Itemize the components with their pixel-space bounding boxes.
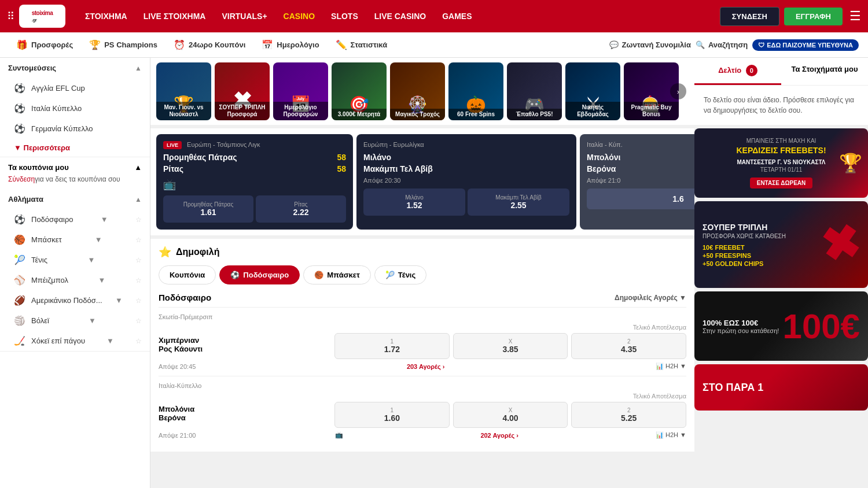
bet-button-team1-m1[interactable]: Μιλάνο 1.52 [363,188,465,216]
sort-button[interactable]: Δημοφιλείς Αγορές ▼ [615,294,686,302]
banner-100-line2: Στην πρώτη σου κατάθεση! [703,327,779,334]
sports-header[interactable]: Αθλήματα ▲ [0,189,150,209]
banner-super-tripla-bg: ΣΟΥΠΕΡ ΤΡΙΠΛΗ ΠΡΟΣΦΟΡΑ ΧΩΡΙΣ ΚΑΤΆΘΕΣΗ 10… [694,201,868,288]
promo-card-7[interactable]: ⚔ Νικητής Εβδομάδας [565,62,620,120]
banner-ps-cta[interactable]: ΕΝΤΑΣΕ ΔΩΡΕΑΝ [750,178,813,188]
sports-section: Αθλήματα ▲ ⚽ Ποδόσφαιρο ▼ ☆ 🏀 Μπάσκετ ▼ … [0,189,150,352]
bet-slip-empty-message: Το δελτίο σου είναι άδειο. Πρόσθεσε επιλ… [694,86,868,125]
promo-card-6[interactable]: 🎮 Έπαθλο PS5! [507,62,562,120]
sidebar-item-germany-cup[interactable]: ⚽ Γερμανία Κύπελλο [0,119,150,139]
promo-card-3[interactable]: 🎯 3.000€ Μετρητά [332,62,387,120]
tab-coupons[interactable]: Κουπόνια [159,265,216,284]
sidebar-sport-hockey[interactable]: 🏒 Χόκεϊ επί πάγου ▼ ☆ [0,331,150,351]
sec-nav-24h-coupon[interactable]: ⏰ 24ωρο Κουπόνι [167,36,252,54]
tab-bet-slip[interactable]: Δελτίο 0 [694,58,781,85]
promo-card-5[interactable]: 🎃 60 Free Spins [448,62,503,120]
odd-btn-1-m1[interactable]: 1 1.60 [334,402,450,428]
sec-nav-calendar[interactable]: 📅 Ημερολόγιο [255,36,326,54]
sidebar-sport-american-football[interactable]: 🏈 Αμερικάνικο Ποδόσ... ▼ ☆ [0,290,150,310]
hamburger-icon[interactable]: ☰ [849,9,861,24]
sec-nav-right: 💬 Ζωντανή Συνομιλία 🔍 Αναζήτηση 🛡 ΕΔΩ ΠΑ… [609,39,859,51]
top-navigation: ⠿ stoixima.gr ΣΤΟΙΧΗΜΑ LIVE ΣΤΟΙΧΗΜΑ VIR… [0,0,868,32]
tab-basketball[interactable]: 🏀 Μπάσκετ [303,265,371,284]
nav-live-stoixima[interactable]: LIVE ΣΤΟΙΧΗΜΑ [138,8,212,24]
live-matches-section: LIVE Ευρώπη - Τσάμπιονς Λιγκ Προμηθέας Π… [150,128,694,235]
promo-label-0: Μαν. Γιουν. vs Νιούκαστλ [156,102,211,120]
bet-button-team1[interactable]: Προμηθέας Πάτρας 1.61 [163,195,253,223]
promo-card-0[interactable]: 🏆 Μαν. Γιουν. vs Νιούκαστλ [156,62,211,120]
match-markets-1[interactable]: 202 Αγορές › [480,432,518,439]
bet-slip-count: 0 [746,65,757,76]
promo-card-2[interactable]: 📅 Ημερολόγιο Προσφορών [273,62,328,120]
sidebar-item-efl-cup[interactable]: ⚽ Αγγλία EFL Cup [0,78,150,98]
match-footer-0: Απόψε 20:45 203 Αγορές › 📊 Η2Η ▼ [159,363,686,370]
sidebar-sport-basketball[interactable]: 🏀 Μπάσκετ ▼ ☆ [0,230,150,250]
chevron-down-sort: ▼ [679,294,686,302]
pin-icon: ☆ [135,256,142,264]
match-markets-0[interactable]: 203 Αγορές › [407,363,445,370]
sidebar-more-link[interactable]: ▼ Περισσότερα [0,139,150,157]
match-time-2: Απόψε 21:0 [587,177,694,184]
grid-icon[interactable]: ⠿ [7,10,14,23]
responsible-gaming-badge[interactable]: 🛡 ΕΔΩ ΠΑΙΖΟΥΜΕ ΥΠΕΥΘΥΝΑ [752,39,859,51]
match-league-2: Ιταλία - Κύπ. [587,141,694,148]
live-chat-button[interactable]: 💬 Ζωντανή Συνομιλία [609,40,691,49]
nav-live-casino[interactable]: LIVE CASINO [369,8,432,24]
match-team-row-5: Μπολόνι [587,153,694,162]
odd-btn-x-m1[interactable]: Χ 4.00 [453,402,568,428]
search-button[interactable]: 🔍 Αναζήτηση [696,40,748,49]
bet-button-team2[interactable]: Ρίτας 2.22 [256,195,346,223]
h2h-button-1[interactable]: 📊 Η2Η ▼ [656,431,686,439]
odd-btn-1-m0[interactable]: 1 1.72 [334,333,450,359]
sec-nav-prosfores-label: Προσφορές [31,40,73,49]
tab-football[interactable]: ⚽ Ποδόσφαιρο [219,265,300,284]
sidebar-sport-tennis[interactable]: 🎾 Τένις ▼ ☆ [0,250,150,270]
calendar-icon: 📅 [262,39,273,50]
sidebar-sport-volleyball[interactable]: 🏐 Βόλεϊ ▼ ☆ [0,310,150,331]
bet-button-team2-m1[interactable]: Μακάμπι Τελ Αβίβ 2.55 [468,188,569,216]
odd-btn-2-m0[interactable]: 2 4.35 [571,333,686,359]
promo-label-4: Μαγικός Τροχός [390,109,445,120]
odd-btn-x-m0[interactable]: Χ 3.85 [453,333,568,359]
banner-ps-champions[interactable]: ΜΠΑΙΝΕΙΣ ΣΤΗ ΜΑΧΗ ΚΑΙ ΚΕΡΔΙΖΕΙΣ FREEBETS… [694,128,868,198]
pin-icon: ☆ [135,236,142,244]
h2h-button-0[interactable]: 📊 Η2Η ▼ [656,363,686,370]
nav-slots[interactable]: SLOTS [325,8,364,24]
football-icon: ⚽ [14,83,25,94]
nav-games[interactable]: GAMES [436,8,477,24]
sidebar-sport-baseball[interactable]: ⚾ Μπέιζμπολ ▼ ☆ [0,270,150,290]
popular-title: Δημοφιλή [176,247,219,257]
site-logo[interactable]: stoixima.gr [19,5,65,28]
pin-icon: ☆ [135,276,142,284]
volleyball-icon: 🏐 [14,315,25,326]
sidebar-item-italy-cup[interactable]: ⚽ Ιταλία Κύπελλο [0,98,150,119]
banner-super-tripla[interactable]: ΣΟΥΠΕΡ ΤΡΙΠΛΗ ΠΡΟΣΦΟΡΑ ΧΩΡΙΣ ΚΑΤΆΘΕΣΗ 10… [694,201,868,288]
promo-strip-next[interactable]: › [670,83,686,99]
star-icon: ⭐ [159,246,171,258]
banner-para1[interactable]: ΣΤΟ ΠΑΡΑ 1 [694,364,868,411]
my-coupons-header[interactable]: Τα κουπόνια μου ▲ [8,163,142,172]
odd-btn-2-m1[interactable]: 2 5.25 [571,402,686,428]
banner-100-bonus[interactable]: 100% ΕΩΣ 100€ Στην πρώτη σου κατάθεση! 1… [694,291,868,361]
sidebar-sport-football[interactable]: ⚽ Ποδόσφαιρο ▼ ☆ [0,209,150,230]
football-tab-icon: ⚽ [230,271,240,279]
promo-card-4[interactable]: 🎡 Μαγικός Τροχός [390,62,445,120]
coupons-signin-link[interactable]: Σύνδεση [8,175,35,183]
match-bet-row-2: 1.6 [587,188,694,209]
sec-nav-stats[interactable]: ✏️ Στατιστικά [329,36,395,54]
nav-stoixima[interactable]: ΣΤΟΙΧΗΜΑ [79,8,133,24]
promo-card-1[interactable]: ✖ ΣΟΥΠΕΡ ΤΡΙΠΛΗ Προσφορά [215,62,270,120]
match-team-row-6: Βερόνα [587,164,694,173]
sec-nav-prosfores[interactable]: 🎁 Προσφορές [9,36,80,54]
register-button[interactable]: ΕΓΓΡΑΦΗ [784,8,843,25]
bet-button-m2-1[interactable]: 1.6 [587,188,694,209]
login-button[interactable]: ΣΥΝΔΕΣΗ [720,7,779,26]
sec-nav-ps-champions[interactable]: 🏆 PS Champions [82,36,164,54]
tab-tennis[interactable]: 🎾 Τένις [374,265,426,284]
shortcuts-header[interactable]: Συντομεύσεις ▲ [0,58,150,78]
nav-virtuals[interactable]: VIRTUALS+ [216,8,273,24]
nav-casino[interactable]: CASINO [278,8,321,24]
chevron-down-sport: ▼ [101,215,108,224]
ps-champions-icon: 🏆 [839,152,862,174]
tab-my-bets[interactable]: Τα Στοιχήματά μου [781,58,868,85]
